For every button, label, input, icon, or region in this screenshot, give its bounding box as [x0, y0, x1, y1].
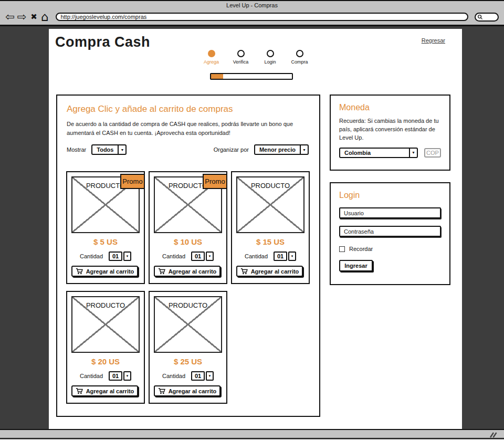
quantity-label: Cantidad: [162, 373, 185, 379]
product-image-label: PRODUCTO: [72, 301, 139, 309]
progress-bar: [210, 73, 293, 80]
login-heading: Login: [339, 191, 441, 200]
chevron-down-icon: ▼: [300, 145, 308, 154]
currency-code-box: COP: [424, 148, 441, 158]
browser-titlebar: Level Up - Compras: [0, 0, 504, 9]
login-panel: Login Recordar Ingresar: [330, 182, 450, 285]
regresar-link[interactable]: Regresar: [422, 37, 445, 44]
browser-statusbar: [0, 429, 504, 440]
sort-filter-label: Organizar por: [214, 146, 249, 153]
quantity-dropdown[interactable]: 01 ▼: [109, 252, 131, 261]
quantity-dropdown[interactable]: 01 ▼: [109, 371, 131, 381]
chevron-down-icon: ▼: [118, 145, 125, 154]
product-price: $ 5 US: [67, 237, 144, 246]
checkout-stepper: Agrega Verifica Login Compra: [200, 50, 312, 65]
cart-icon: [158, 268, 165, 275]
close-icon[interactable]: ✖: [30, 13, 37, 21]
country-dropdown[interactable]: Colombia ▼: [339, 148, 418, 158]
products-panel: Agrega Clic y añade al carrito de compra…: [56, 95, 320, 417]
browser-window: Level Up - Compras ⇦ ⇨ ✖ ⌂ Compra Cash R…: [0, 0, 504, 440]
quantity-row: Cantidad 01 ▼: [67, 252, 144, 261]
step-circle: [208, 50, 215, 57]
quantity-value: 01: [191, 252, 205, 261]
remember-row: Recordar: [339, 246, 441, 252]
sort-filter: Organizar por Menor precio ▼: [214, 144, 309, 155]
quantity-label: Cantidad: [245, 253, 268, 259]
step-compra: Compra: [288, 50, 312, 65]
search-icon: [477, 14, 483, 20]
chevron-down-icon: ▼: [288, 252, 296, 261]
step-circle: [267, 50, 274, 57]
quantity-row: Cantidad 01 ▼: [150, 252, 226, 261]
quantity-row: Cantidad 01 ▼: [67, 371, 144, 381]
step-login: Login: [258, 50, 282, 65]
resize-handle-icon[interactable]: [489, 432, 497, 438]
url-input[interactable]: [56, 13, 468, 21]
add-to-cart-label: Agregar al carrito: [86, 268, 134, 275]
search-button[interactable]: [475, 13, 499, 22]
remember-label: Recordar: [349, 246, 373, 252]
product-image-placeholder: PRODUCTO: [236, 176, 304, 233]
show-filter-label: Mostrar: [67, 146, 86, 153]
add-to-cart-label: Agregar al carrito: [86, 388, 134, 394]
step-circle: [296, 50, 303, 57]
quantity-value: 01: [191, 371, 205, 381]
product-image-label: PRODUCTO: [237, 182, 303, 190]
step-label: Agrega: [204, 59, 219, 65]
add-to-cart-label: Agregar al carrito: [169, 388, 217, 394]
password-field[interactable]: [339, 226, 441, 237]
product-price: $ 25 US: [150, 357, 226, 366]
browser-viewport: Compra Cash Regresar Agrega Verifica Log…: [0, 26, 504, 429]
add-to-cart-button[interactable]: Agregar al carrito: [236, 266, 303, 277]
quantity-dropdown[interactable]: 01 ▼: [191, 371, 214, 381]
product-card: PRODUCTO $ 20 US Cantidad 01 ▼: [66, 291, 145, 404]
add-to-cart-button[interactable]: Agregar al carrito: [154, 266, 220, 277]
quantity-value: 01: [109, 371, 122, 381]
forward-icon[interactable]: ⇨: [17, 12, 27, 23]
quantity-value: 01: [109, 252, 122, 261]
step-label: Verifica: [233, 59, 249, 65]
show-filter: Mostrar Todos ▼: [67, 144, 127, 155]
quantity-dropdown[interactable]: 01 ▼: [191, 252, 214, 261]
promo-badge: Promo: [203, 174, 227, 189]
show-filter-dropdown[interactable]: Todos ▼: [91, 144, 127, 155]
browser-toolbar: ⇦ ⇨ ✖ ⌂: [0, 9, 504, 25]
chevron-down-icon: ▼: [206, 252, 214, 261]
quantity-dropdown[interactable]: 01 ▼: [274, 252, 296, 261]
add-to-cart-button[interactable]: Agregar al carrito: [154, 385, 220, 396]
add-to-cart-button[interactable]: Agregar al carrito: [71, 385, 138, 396]
moneda-row: Colombia ▼ COP: [339, 148, 441, 158]
chevron-down-icon: ▼: [123, 252, 131, 261]
login-submit-button[interactable]: Ingresar: [339, 260, 373, 271]
home-icon[interactable]: ⌂: [41, 11, 49, 23]
step-label: Compra: [291, 59, 308, 65]
product-image-placeholder: PRODUCTO: [154, 296, 222, 353]
chevron-down-icon: ▼: [206, 371, 214, 381]
back-icon[interactable]: ⇦: [5, 12, 15, 23]
products-description: De acuerdo a la cantidad de compra de CA…: [67, 120, 303, 137]
cart-icon: [158, 387, 165, 394]
progress-fill: [211, 74, 223, 79]
quantity-value: 01: [274, 252, 287, 261]
quantity-label: Cantidad: [80, 253, 103, 259]
product-image-placeholder: PRODUCTO: [71, 296, 140, 353]
moneda-note: Recuerda: Si cambias la moneda de tu paí…: [339, 117, 441, 142]
sort-filter-dropdown[interactable]: Menor precio ▼: [254, 144, 309, 155]
moneda-heading: Moneda: [339, 103, 441, 112]
window-title: Level Up - Compras: [226, 2, 278, 8]
product-price: $ 20 US: [67, 357, 144, 366]
show-filter-value: Todos: [92, 145, 118, 154]
moneda-panel: Moneda Recuerda: Si cambias la moneda de…: [330, 95, 450, 171]
product-card: PRODUCTO $ 25 US Cantidad 01 ▼: [149, 291, 227, 404]
cart-icon: [240, 268, 248, 275]
chevron-down-icon: ▼: [123, 371, 131, 381]
cart-icon: [76, 268, 83, 275]
add-to-cart-button[interactable]: Agregar al carrito: [71, 266, 138, 277]
product-card: PRODUCTO $ 15 US Cantidad 01 ▼: [231, 171, 310, 284]
product-card: Promo PRODUCTO $ 10 US Cantidad 01 ▼: [149, 171, 227, 284]
product-price: $ 10 US: [150, 237, 226, 246]
step-verifica: Verifica: [229, 50, 253, 65]
username-field[interactable]: [339, 207, 441, 218]
remember-checkbox[interactable]: [339, 246, 345, 252]
sort-filter-value: Menor precio: [255, 145, 300, 154]
